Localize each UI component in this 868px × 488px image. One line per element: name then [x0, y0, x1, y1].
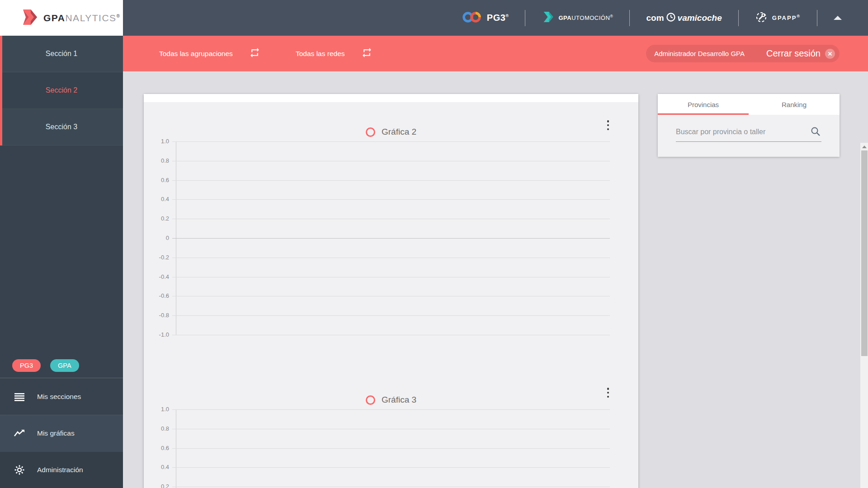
- gpapp-label: GPAPP®: [772, 14, 801, 21]
- y-tick-label: 0.2: [144, 215, 169, 222]
- tab-ranking[interactable]: Ranking: [749, 94, 840, 115]
- sidebar-item-mis-secciones[interactable]: Mis secciones: [0, 378, 123, 415]
- sidebar-item-label: Sección 3: [46, 123, 77, 131]
- pg3-label: PG3®: [487, 13, 509, 23]
- sidebar-item-seccion-3[interactable]: Sección 3: [0, 109, 123, 145]
- y-tick-label: 0.4: [144, 464, 169, 470]
- gpautomocion-arrow-icon: [542, 11, 554, 25]
- chart3-title-row: Gráfica 3: [144, 395, 638, 405]
- y-tick-label: 0.8: [144, 425, 169, 432]
- vertical-scrollbar[interactable]: [860, 143, 868, 488]
- sidebar-badges: PG3 GPA: [12, 359, 79, 372]
- gpautomocion-brand[interactable]: GPAUTOMOCIÓN®: [542, 11, 613, 25]
- menu-item-label: Mis gráficas: [37, 429, 75, 437]
- compravamicoche-brand[interactable]: com vamicoche: [646, 12, 722, 24]
- user-session-pill: Administrador Desarrollo GPA Cerrar sesi…: [646, 45, 840, 62]
- sidebar-item-administracion[interactable]: Administración: [0, 451, 123, 488]
- header-divider: [817, 10, 817, 26]
- search-input[interactable]: [676, 122, 821, 141]
- app-logo-text: GPANALYTICS®: [43, 13, 120, 23]
- provinces-panel: Provincias Ranking: [658, 94, 840, 157]
- repeat-icon: [249, 47, 260, 60]
- sidebar-item-mis-graficas[interactable]: Mis gráficas: [0, 415, 123, 451]
- y-tick-label: 0: [144, 235, 169, 241]
- agrupaciones-filter[interactable]: Todas las agrupaciones: [159, 36, 260, 71]
- panel-body: [658, 115, 840, 157]
- y-tick-label: 0.4: [144, 196, 169, 202]
- gpapp-brand[interactable]: GPAPP®: [755, 11, 801, 25]
- panel-tabs: Provincias Ranking: [658, 94, 840, 115]
- sidebar-item-seccion-2[interactable]: Sección 2: [0, 72, 123, 109]
- active-tab-indicator: [658, 113, 749, 115]
- repeat-icon: [361, 47, 373, 60]
- agrupaciones-filter-label: Todas las agrupaciones: [159, 50, 233, 58]
- search-icon[interactable]: [811, 127, 821, 138]
- top-header: PG3® GPAUTOMOCIÓN® com vamicoche: [123, 0, 868, 36]
- pg3-brand[interactable]: PG3®: [462, 11, 509, 25]
- y-tick-label: -0.8: [144, 312, 169, 319]
- pg3-infinity-icon: [462, 11, 482, 25]
- chart3-y-axis-line: [176, 409, 176, 488]
- y-tick-label: -0.4: [144, 273, 169, 280]
- pg3-badge[interactable]: PG3: [12, 359, 41, 372]
- redes-filter[interactable]: Todas las redes: [296, 36, 373, 71]
- y-tick-label: 0.6: [144, 445, 169, 451]
- search-field-wrapper: [676, 122, 821, 142]
- y-tick-label: 0.6: [144, 177, 169, 183]
- logout-button[interactable]: Cerrar sesión: [766, 48, 835, 59]
- header-divider: [629, 10, 630, 26]
- menu-item-label: Mis secciones: [37, 393, 81, 401]
- sidebar-menu: Mis secciones Mis gráficas: [0, 378, 123, 488]
- filter-toolbar: Todas las agrupaciones Todas las redes A…: [123, 36, 868, 71]
- menu-item-label: Administración: [37, 466, 83, 474]
- gpa-arrow-logo-icon: [20, 8, 38, 28]
- card-top-strip: [144, 94, 638, 102]
- charts-card: Gráfica 2 1.0 0.8 0.6 0.4 0.2 0 -0.2 -0.…: [144, 94, 638, 488]
- tab-provincias[interactable]: Provincias: [658, 94, 749, 115]
- chart2-legend-marker-icon: [366, 127, 375, 137]
- header-divider: [525, 10, 525, 26]
- compravamicoche-post: vamicoche: [678, 13, 722, 23]
- gpapp-wrench-icon: [755, 11, 768, 25]
- y-tick-label: -0.6: [144, 292, 169, 299]
- header-divider: [738, 10, 739, 26]
- gpautomocion-label: GPAUTOMOCIÓN®: [558, 14, 613, 21]
- chart2-title: Gráfica 2: [382, 127, 416, 137]
- collapse-header-button[interactable]: [834, 16, 842, 20]
- y-tick-label: -1.0: [144, 331, 169, 338]
- sidebar-item-seccion-1[interactable]: Sección 1: [0, 36, 123, 72]
- user-name: Administrador Desarrollo GPA: [654, 50, 745, 57]
- clock-icon: [666, 12, 676, 24]
- chart2-title-row: Gráfica 2: [144, 127, 638, 137]
- sidebar-item-label: Sección 2: [46, 86, 77, 94]
- scrollbar-up-arrow-icon[interactable]: [862, 145, 867, 148]
- sidebar-item-label: Sección 1: [46, 50, 77, 58]
- menu-icon: [14, 392, 25, 401]
- logout-label: Cerrar sesión: [766, 48, 821, 59]
- redes-filter-label: Todas las redes: [296, 50, 345, 58]
- main-content: Gráfica 2 1.0 0.8 0.6 0.4 0.2 0 -0.2 -0.…: [123, 71, 868, 488]
- y-tick-label: 0.8: [144, 157, 169, 164]
- gear-icon: [14, 465, 25, 475]
- trend-icon: [14, 429, 25, 437]
- scrollbar-thumb[interactable]: [861, 150, 868, 356]
- y-tick-label: 0.2: [144, 483, 169, 488]
- sidebar-accent-stripe: [0, 36, 2, 145]
- chart3-title: Gráfica 3: [382, 395, 416, 405]
- y-tick-label: 1.0: [144, 406, 169, 413]
- logout-close-icon: [825, 49, 835, 59]
- gpa-badge[interactable]: GPA: [50, 359, 79, 372]
- sidebar: Sección 1 Sección 2 Sección 3 PG3 GPA Mi…: [0, 36, 123, 488]
- chart3-legend-marker-icon: [366, 395, 375, 405]
- app-logo[interactable]: GPANALYTICS®: [0, 0, 123, 36]
- y-tick-label: -0.2: [144, 254, 169, 261]
- y-tick-label: 1.0: [144, 138, 169, 145]
- compravamicoche-pre: com: [646, 13, 664, 23]
